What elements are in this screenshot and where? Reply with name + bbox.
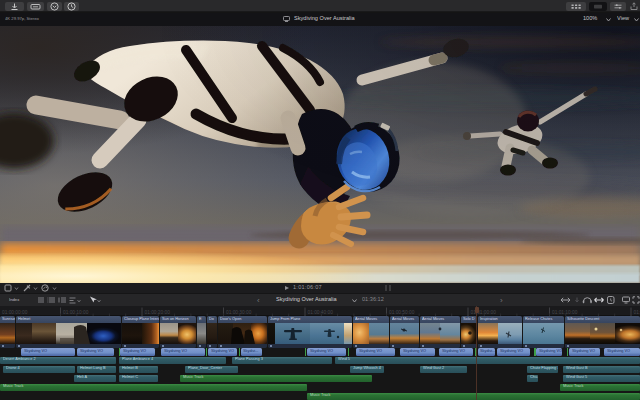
svg-text:01:00:00:00: 01:00:00:00 (2, 310, 28, 315)
svg-text:01:01:20:00: 01:01:20:00 (634, 310, 640, 315)
svg-text:01:00:10:00: 01:00:10:00 (63, 310, 89, 315)
svg-text:01:00:40:00: 01:00:40:00 (308, 310, 334, 315)
svg-text:01:00:20:00: 01:00:20:00 (145, 310, 171, 315)
svg-text:01:01:10:00: 01:01:10:00 (552, 310, 578, 315)
svg-text:01:00:30:00: 01:00:30:00 (226, 310, 252, 315)
svg-text:01:00:50:00: 01:00:50:00 (389, 310, 415, 315)
